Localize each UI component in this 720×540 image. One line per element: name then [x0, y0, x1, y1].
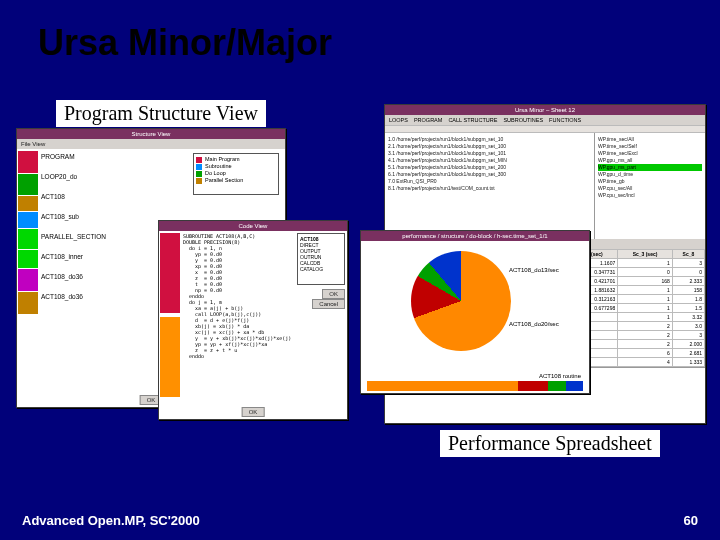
table-cell: 1 — [618, 286, 673, 295]
winA-bar — [18, 250, 38, 268]
toolbar-tab[interactable]: FUNCTIONS — [549, 117, 581, 123]
routine-item[interactable]: CATALOG — [300, 266, 342, 272]
list-item[interactable]: 1.0 /home/perf/projects/run1/block1/subp… — [388, 136, 591, 143]
table-cell: 1 — [618, 304, 673, 313]
list-item[interactable]: WP.gpu_d_time — [598, 171, 702, 178]
table-cell: 1 — [618, 259, 673, 268]
winA-bar — [18, 196, 38, 210]
footer-left: Advanced Open.MP, SC'2000 — [22, 513, 200, 528]
list-item[interactable]: WP.cpu_sec/Incl — [598, 192, 702, 199]
legend-item: Main Program — [196, 156, 276, 163]
table-cell: 2.681 — [672, 349, 704, 358]
winA-bar — [18, 151, 38, 173]
table-cell: 158 — [672, 286, 704, 295]
table-cell: 3 — [672, 259, 704, 268]
pie-label-secondary: ACT108_do20/sec — [509, 321, 559, 327]
winB-cancel-button[interactable]: Cancel — [312, 299, 345, 309]
winC-file-list[interactable]: 1.0 /home/perf/projects/run1/block1/subp… — [385, 133, 595, 239]
winD-pie-area: ACT108_do13/sec ACT108_do20/sec ACT108 r… — [361, 241, 589, 393]
pie-label-primary: ACT108_do13/sec — [509, 267, 559, 273]
winA-bar — [18, 269, 38, 291]
winA-bar — [18, 212, 38, 229]
list-item[interactable]: 4.1 /home/perf/projects/run1/block1/subp… — [388, 157, 591, 164]
table-cell: 1.8 — [672, 295, 704, 304]
list-item[interactable]: 2.1 /home/perf/projects/run1/block1/subp… — [388, 143, 591, 150]
table-header[interactable]: Sc_8 — [672, 250, 704, 259]
winD-bar-label: ACT108 routine — [539, 373, 581, 379]
table-cell: 0 — [618, 268, 673, 277]
table-cell: 2 — [618, 340, 673, 349]
table-cell: 4 — [618, 358, 673, 367]
list-item[interactable]: 7.0 ExtRun_QSI_PR0 — [388, 178, 591, 185]
legend-item: Do Loop — [196, 170, 276, 177]
table-cell: 1.5 — [672, 304, 704, 313]
list-item[interactable]: WP.cpu_sec/All — [598, 185, 702, 192]
legend-item: Subroutine — [196, 163, 276, 170]
list-item[interactable]: 6.1 /home/perf/projects/run1/block1/subp… — [388, 171, 591, 178]
list-item[interactable]: WP.time_gb — [598, 178, 702, 185]
pie-chart-icon — [411, 251, 511, 351]
winA-menubar[interactable]: File View — [17, 139, 285, 149]
winC-toolbar[interactable]: LOOPSPROGRAMCALL STRUCTURESUBROUTINESFUN… — [385, 115, 705, 125]
toolbar-tab[interactable]: PROGRAM — [414, 117, 442, 123]
winA-bar — [18, 292, 38, 314]
table-cell: 2 — [618, 322, 673, 331]
winA-titlebar: Structure View — [17, 129, 285, 139]
label-program-structure: Program Structure View — [56, 100, 266, 127]
legend-item: Parallel Section — [196, 177, 276, 184]
winB-ok-button[interactable]: OK — [322, 289, 345, 299]
toolbar-tab[interactable]: CALL STRUCTURE — [448, 117, 497, 123]
winD-titlebar: performance / structure / do-block / h-s… — [361, 231, 589, 241]
winC-titlebar: Ursa Minor – Sheet 12 — [385, 105, 705, 115]
list-item[interactable]: 3.1 /home/perf/projects/run1/block1/subp… — [388, 150, 591, 157]
winB-routine-list[interactable]: ACT108 DIRECTOUTPUTOUTRUNCALCDBCATALOG — [297, 233, 345, 285]
winD-stacked-bar — [367, 381, 583, 391]
table-cell: 1.333 — [672, 358, 704, 367]
window-code-view: Code View SUBROUTINE ACT108(A,B,C) DOUBL… — [158, 220, 348, 420]
list-item[interactable]: WP.time_sec/All — [598, 136, 702, 143]
table-cell: 3 — [672, 331, 704, 340]
toolbar-tab[interactable]: SUBROUTINES — [503, 117, 543, 123]
list-item[interactable]: 5.1 /home/perf/projects/run1/block1/subp… — [388, 164, 591, 171]
winC-subbar — [385, 125, 705, 133]
list-item[interactable]: WP.time_sec/Excl — [598, 150, 702, 157]
page-number: 60 — [684, 513, 698, 528]
list-item[interactable]: WP.gpu_ms_all — [598, 157, 702, 164]
table-cell: 2.000 — [672, 340, 704, 349]
toolbar-tab[interactable]: LOOPS — [389, 117, 408, 123]
table-header[interactable]: Sc_3 (sec) — [618, 250, 673, 259]
table-cell: 2.333 — [672, 277, 704, 286]
window-pie-chart: performance / structure / do-block / h-s… — [360, 230, 590, 394]
table-cell: 3.0 — [672, 322, 704, 331]
table-cell: 0 — [672, 268, 704, 277]
winB-color-bars — [159, 231, 181, 419]
table-cell: 168 — [618, 277, 673, 286]
winA-legend: Main ProgramSubroutineDo LoopParallel Se… — [193, 153, 279, 195]
table-cell: 3.32 — [672, 313, 704, 322]
label-performance-spreadsheet: Performance Spreadsheet — [440, 430, 660, 457]
winB-ok-bottom-button[interactable]: OK — [242, 407, 265, 417]
table-cell: 1 — [618, 313, 673, 322]
winA-color-bars — [17, 149, 39, 407]
winB-titlebar: Code View — [159, 221, 347, 231]
list-item[interactable]: WP.gpu_ms_part — [598, 164, 702, 171]
table-cell: 2 — [618, 331, 673, 340]
winA-bar — [18, 174, 38, 195]
winA-bar — [18, 229, 38, 249]
table-cell: 1 — [618, 295, 673, 304]
list-item[interactable]: 8.1 /home/perf/projects/run1/test/COM_co… — [388, 185, 591, 192]
slide-title: Ursa Minor/Major — [38, 22, 332, 64]
winC-metric-list[interactable]: WP.time_sec/AllWP.time_sec/SelfWP.time_s… — [595, 133, 705, 239]
table-cell: 6 — [618, 349, 673, 358]
list-item[interactable]: WP.time_sec/Self — [598, 143, 702, 150]
